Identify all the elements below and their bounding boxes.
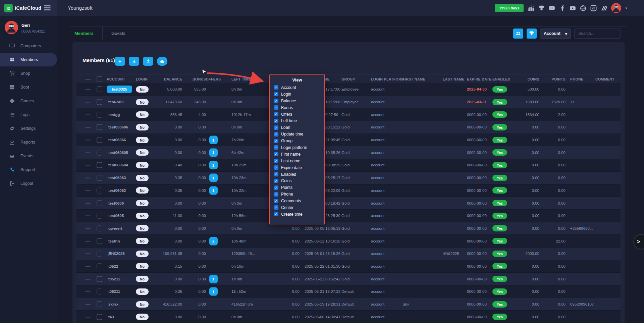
view-option-balance[interactable]: ✓Balance: [270, 98, 324, 104]
checkbox-checked-icon[interactable]: ✓: [274, 212, 278, 216]
row-checkbox[interactable]: [97, 187, 102, 193]
checkbox-checked-icon[interactable]: ✓: [274, 132, 278, 137]
row-checkbox[interactable]: [97, 112, 102, 117]
offers-badge[interactable]: 1: [207, 287, 220, 296]
checkbox-checked-icon[interactable]: ✓: [274, 152, 278, 156]
offers-badge[interactable]: 1: [207, 174, 220, 182]
column-header-first[interactable]: FIRST NAME: [402, 77, 425, 81]
import-button[interactable]: [129, 57, 139, 66]
row-actions-button[interactable]: •••: [86, 189, 91, 192]
view-option-comments[interactable]: ✓Comments: [270, 198, 324, 204]
column-header-bonus[interactable]: BONUS: [159, 77, 206, 81]
account-cell[interactable]: test0605: [108, 214, 124, 218]
menu-toggle-icon[interactable]: [44, 5, 51, 11]
offers-badge[interactable]: 1: [207, 275, 220, 283]
row-actions-button[interactable]: •••: [86, 303, 91, 306]
offers-badge[interactable]: 1: [207, 161, 220, 169]
add-member-button[interactable]: +: [115, 57, 125, 66]
account-cell[interactable]: t05211: [108, 289, 120, 293]
row-actions-button[interactable]: •••: [86, 201, 91, 205]
view-option-points[interactable]: ✓Points: [270, 184, 324, 191]
column-header-account[interactable]: ACCOUNT: [107, 77, 125, 81]
checkbox-checked-icon[interactable]: ✓: [274, 192, 278, 197]
row-checkbox[interactable]: [97, 251, 102, 257]
row-checkbox[interactable]: [97, 276, 102, 282]
search-input[interactable]: [574, 29, 621, 39]
sidebar-item-logout[interactable]: Logout: [0, 176, 57, 190]
checkbox-checked-icon[interactable]: ✓: [274, 105, 278, 110]
profile-avatar[interactable]: [5, 21, 18, 34]
sidebar-item-settings[interactable]: Settings: [0, 121, 57, 135]
account-cell[interactable]: t05212: [108, 277, 120, 281]
account-cell[interactable]: test060605: [108, 151, 128, 155]
row-actions-button[interactable]: •••: [86, 113, 91, 116]
row-checkbox[interactable]: [97, 302, 102, 307]
tab-guests[interactable]: Guests: [103, 27, 134, 40]
checkbox-checked-icon[interactable]: ✓: [274, 112, 278, 116]
row-checkbox[interactable]: [97, 225, 102, 231]
row-actions-button[interactable]: •••: [86, 88, 91, 91]
user-avatar[interactable]: [611, 3, 621, 13]
tab-members[interactable]: Members: [74, 27, 103, 40]
account-cell[interactable]: test06063: [108, 176, 126, 180]
select-all-checkbox[interactable]: [97, 76, 102, 82]
column-header-left[interactable]: LEFT TIME: [231, 77, 251, 81]
account-cell[interactable]: t43: [108, 315, 114, 319]
view-option-bonus[interactable]: ✓Bonus: [270, 104, 324, 111]
view-option-login-platform[interactable]: ✓Login platform: [270, 144, 324, 151]
account-cell[interactable]: test-brill: [108, 100, 123, 104]
row-actions-button[interactable]: •••: [86, 239, 91, 243]
row-actions-button[interactable]: •••: [86, 214, 91, 218]
checkbox-checked-icon[interactable]: ✓: [274, 185, 278, 190]
checkbox-checked-icon[interactable]: ✓: [274, 159, 278, 163]
account-cell[interactable]: qwerert: [108, 226, 122, 230]
row-checkbox[interactable]: [97, 263, 102, 269]
export-button[interactable]: [143, 57, 153, 66]
row-checkbox[interactable]: [97, 314, 102, 320]
column-header-offers[interactable]: OFFERS: [203, 77, 223, 81]
account-cell[interactable]: t0522: [108, 264, 118, 268]
column-header-group[interactable]: GROUP: [341, 77, 355, 81]
members-filter-button[interactable]: [513, 29, 523, 39]
row-actions-button[interactable]: •••: [86, 277, 91, 281]
sidebar-item-shop[interactable]: Shop: [0, 66, 57, 80]
view-option-enabled[interactable]: ✓Enabled: [270, 171, 324, 178]
checkbox-checked-icon[interactable]: ✓: [274, 205, 278, 210]
row-checkbox[interactable]: [97, 150, 102, 155]
column-header-expire[interactable]: EXPIRE DATE: [467, 77, 492, 81]
view-option-phone[interactable]: ✓Phone: [270, 191, 324, 198]
enabled-badge[interactable]: Yes: [492, 239, 507, 243]
row-checkbox[interactable]: [97, 175, 102, 181]
row-checkbox[interactable]: [97, 99, 102, 105]
row-actions-button[interactable]: •••: [86, 315, 91, 319]
sidebar-item-computers[interactable]: Computers: [0, 39, 57, 53]
offers-badge[interactable]: 2: [207, 237, 220, 245]
youtube-icon[interactable]: [569, 5, 576, 11]
account-cell[interactable]: test050606: [108, 125, 128, 129]
checkbox-checked-icon[interactable]: ✓: [274, 172, 278, 176]
view-option-login[interactable]: ✓Login: [270, 91, 324, 98]
checkbox-checked-icon[interactable]: ✓: [274, 145, 278, 150]
layers-icon[interactable]: [600, 5, 607, 11]
account-cell[interactable]: test06062: [108, 189, 126, 193]
sidebar-item-events[interactable]: Events: [0, 149, 57, 163]
account-cell[interactable]: test06066: [108, 138, 126, 142]
sidebar-item-boot[interactable]: Boot: [0, 80, 57, 94]
account-cell[interactable]: testgg: [108, 113, 120, 117]
account-cell[interactable]: test0325: [107, 86, 132, 93]
account-cell[interactable]: test0606: [108, 201, 124, 205]
checkbox-checked-icon[interactable]: ✓: [274, 99, 278, 103]
column-header-phone[interactable]: PHONE: [570, 77, 583, 81]
row-checkbox[interactable]: [97, 124, 102, 130]
sidebar-item-reports[interactable]: Reports: [0, 135, 57, 149]
view-option-left-time[interactable]: ✓Left time: [270, 117, 324, 124]
row-actions-button[interactable]: •••: [86, 176, 91, 180]
row-actions-button[interactable]: •••: [86, 290, 91, 293]
chevron-down-icon[interactable]: ▾: [625, 6, 627, 10]
view-option-coins[interactable]: ✓Coins: [270, 177, 324, 184]
offers-badge[interactable]: 1: [207, 186, 220, 195]
view-option-first-name[interactable]: ✓First name: [270, 151, 324, 158]
row-actions-button[interactable]: •••: [86, 252, 91, 256]
row-checkbox[interactable]: [97, 289, 102, 294]
column-header-comment[interactable]: COMMENT: [595, 77, 614, 81]
